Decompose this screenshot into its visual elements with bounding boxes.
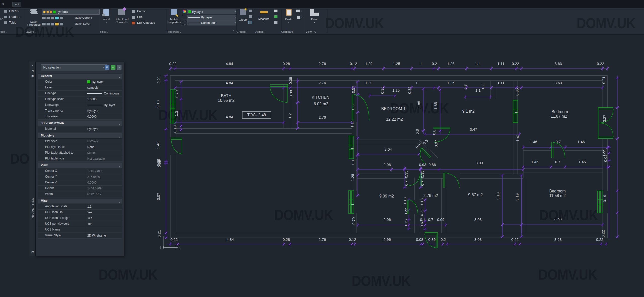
linetype-dropdown[interactable]: Continuous▾	[187, 20, 237, 25]
palette-row[interactable]: Annotation scale1:1	[38, 204, 122, 210]
palette-settings-icon[interactable]: ▣	[31, 74, 35, 78]
room-label: 12.22 m2	[386, 117, 403, 121]
palette-row[interactable]: Thickness0.0000	[38, 114, 122, 120]
layer-tools-row1-icons[interactable]	[42, 16, 63, 20]
palette-row[interactable]: UCS icon at originYes	[38, 215, 122, 221]
layer-unlock-icon	[50, 11, 52, 13]
palette-row[interactable]: Plot table typeNot available	[38, 156, 122, 162]
dimension-label: 0.28	[283, 61, 290, 66]
edit-block-button[interactable]: Edit	[137, 15, 142, 18]
dimension-label: 1.43	[156, 142, 160, 149]
panel-separator	[100, 9, 100, 33]
measure-button[interactable]: Measure▾	[257, 9, 271, 23]
select-objects-icon[interactable]: ⧉	[105, 65, 109, 70]
quick-calculator-icon[interactable]	[274, 21, 277, 24]
table-button[interactable]: Table	[9, 21, 16, 24]
palette-row[interactable]: TransparencyByLayer	[38, 108, 122, 114]
dimension-label: 0.67	[420, 220, 424, 227]
selection-dropdown[interactable]: No selection▼	[41, 64, 107, 71]
annotation-panel-label[interactable]: tion ▾	[0, 30, 26, 33]
palette-row[interactable]: LineweightByLayer	[38, 102, 122, 108]
block-panel-label[interactable]: Block ▾	[100, 30, 167, 33]
ribbon-collapse-button[interactable]: ▲ ▾	[12, 2, 21, 7]
lineweight-dropdown[interactable]: ByLayer▾	[187, 15, 237, 20]
title-bar: ls ▲ ▾	[0, 0, 644, 8]
dimension-label: 0.12	[349, 237, 356, 242]
detect-and-convert-button[interactable]: Detect andConvert ▾	[113, 9, 130, 24]
palette-close-icon[interactable]: ×	[31, 63, 35, 68]
panel-separator	[26, 9, 26, 33]
layers-panel-label[interactable]: Layers ▾	[26, 30, 100, 33]
paste-button[interactable]: Paste▾	[283, 9, 294, 24]
cutoff-text-fragment: on	[0, 17, 3, 20]
leader-button[interactable]: Leader ▾	[9, 15, 20, 19]
dimension-label: 0.35	[380, 86, 384, 94]
palette-row[interactable]: Center Z0.0000	[38, 180, 122, 186]
dimension-label: 1	[420, 61, 422, 66]
dimension-label: 1.46	[578, 160, 586, 164]
match-properties-button[interactable]: MatchProperties	[167, 9, 181, 24]
palette-row[interactable]: MaterialByLayer	[38, 126, 122, 132]
palette-autohide-icon[interactable]: ◄	[31, 69, 35, 73]
dimension-label: 2.96	[383, 217, 391, 222]
palette-row[interactable]: Visual Style2D Wireframe	[38, 233, 122, 239]
palette-section-header[interactable]: View▾	[38, 163, 122, 168]
group-edit-icon[interactable]	[249, 15, 252, 18]
object-color-dropdown[interactable]: ByLayer▾	[187, 9, 237, 14]
palette-row[interactable]: UCS Name	[38, 227, 122, 233]
palette-row[interactable]: Width6112.8517	[38, 191, 122, 197]
dimension-label: 1.46	[577, 140, 585, 144]
linear-button[interactable]: Linear ▾	[9, 9, 19, 13]
layer-properties-button[interactable]: LayerProperties	[27, 9, 41, 26]
group-selection-toggle-icon[interactable]	[249, 21, 252, 24]
palette-row[interactable]: Layersymbols	[38, 85, 122, 91]
properties-panel-label[interactable]: Properties ▾	[167, 30, 236, 33]
toc-leader-label: TOC- 2.48	[247, 113, 266, 117]
palette-row[interactable]: LinetypeContinuous	[38, 91, 122, 96]
palette-section-header[interactable]: Plot style▾	[38, 133, 122, 139]
room-label: 11.58 m2	[549, 193, 566, 198]
properties-panel-expander-icon[interactable]: ↘	[232, 29, 234, 32]
palette-row[interactable]: Plot styleByColor	[38, 139, 122, 144]
calculator-icon[interactable]: ⌁	[117, 65, 122, 70]
layer-tools-row2-icons[interactable]	[42, 22, 63, 26]
dimension-label: 0.79	[351, 217, 356, 224]
select-similar-icon[interactable]	[274, 15, 277, 18]
quick-select-icon[interactable]	[274, 10, 277, 12]
dimension-label: 0.7	[428, 217, 433, 222]
palette-window-icon[interactable]: ▤	[31, 249, 35, 253]
room-label: 9.67 m2	[468, 193, 483, 197]
cut-icon[interactable]	[296, 10, 300, 12]
groups-panel-label[interactable]: Groups ▾	[236, 30, 255, 33]
palette-row[interactable]: Plot style tableNone	[38, 144, 122, 150]
dimension-label: 1.85	[433, 102, 438, 109]
palette-section-header[interactable]: Misc▾	[38, 198, 122, 204]
palette-row[interactable]: Center X1715.2409	[38, 168, 122, 174]
copy-icon[interactable]	[297, 16, 300, 19]
edit-attributes-button[interactable]: Edit Attributes	[137, 21, 155, 24]
quick-select-icon[interactable]: ▭	[111, 65, 115, 70]
palette-row[interactable]: UCS icon OnYes	[38, 210, 122, 215]
utilities-panel-label[interactable]: Utilities ▾	[255, 30, 281, 33]
make-current-button[interactable]: Make Current	[74, 16, 92, 19]
ungroup-icon[interactable]	[249, 10, 252, 12]
view-panel-label[interactable]: View ▾ ↘	[306, 30, 327, 33]
match-layer-button[interactable]: Match Layer	[74, 22, 90, 25]
dimension-label: 0.57	[351, 86, 355, 93]
base-view-button[interactable]: Base▾	[309, 9, 320, 24]
palette-row[interactable]: Height1444.0309	[38, 186, 122, 191]
panel-separator	[236, 9, 237, 33]
palette-row[interactable]: Plot table attached toModel	[38, 150, 122, 156]
palette-section-header[interactable]: 3D Visualization▾	[38, 121, 122, 126]
palette-section-header[interactable]: General▾	[38, 74, 122, 79]
room-label: 9.09 m2	[379, 194, 394, 198]
dimension-label: 0.22	[601, 230, 605, 237]
create-block-button[interactable]: Create	[137, 10, 146, 13]
palette-row[interactable]: Linetype scale1.0000	[38, 96, 122, 102]
insert-block-button[interactable]: Insert▾	[100, 9, 112, 24]
group-button[interactable]: Group	[237, 9, 248, 21]
palette-row[interactable]: Center Y216.0520	[38, 174, 122, 180]
layer-select-dropdown[interactable]: symbols ▾	[42, 9, 100, 15]
palette-row[interactable]: ColorByLayer	[38, 79, 122, 85]
palette-row[interactable]: UCS per viewportYes	[38, 221, 122, 227]
